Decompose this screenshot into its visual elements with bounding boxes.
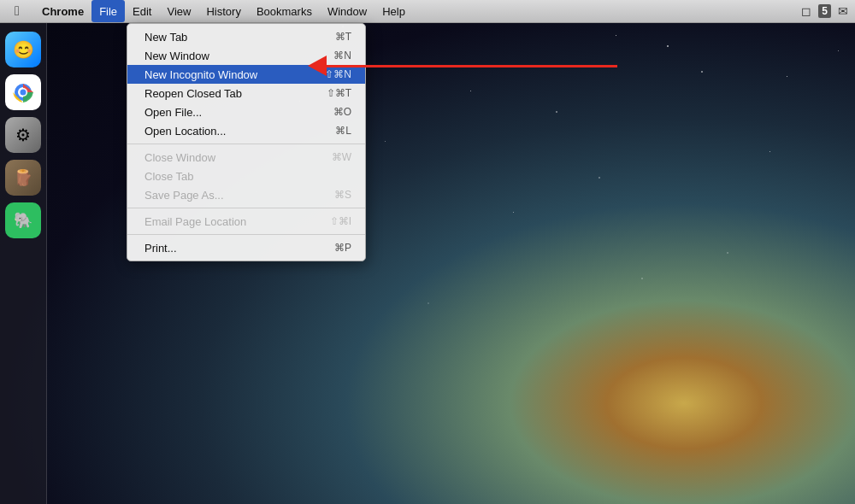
- chrome-icon-svg: [9, 79, 37, 106]
- menu-item-new-tab-shortcut: ⌘T: [335, 31, 351, 43]
- menu-item-reopen-closed-tab[interactable]: Reopen Closed Tab ⇧⌘T: [127, 84, 365, 103]
- arrow-line: [327, 65, 617, 67]
- menu-item-close-window-shortcut: ⌘W: [332, 151, 351, 163]
- menu-item-reopen-shortcut: ⇧⌘T: [327, 87, 351, 99]
- svg-point-4: [21, 90, 27, 96]
- menu-item-close-window[interactable]: Close Window ⌘W: [127, 148, 365, 167]
- battery-icon[interactable]: 5: [818, 4, 831, 18]
- menu-separator-3: [127, 234, 365, 235]
- dock: 😊 ⚙ 🪵 🐘: [0, 23, 47, 504]
- arrow-head: [308, 56, 327, 76]
- menu-item-open-file-shortcut: ⌘O: [333, 106, 351, 118]
- menubar-file[interactable]: File: [91, 0, 125, 22]
- arrow-annotation: [308, 56, 617, 76]
- menu-item-close-tab[interactable]: Close Tab: [127, 167, 365, 185]
- menu-item-new-tab[interactable]: New Tab ⌘T: [127, 27, 365, 46]
- menu-item-email-page-shortcut: ⇧⌘I: [330, 215, 351, 227]
- apple-menu[interactable]: : [0, 0, 34, 22]
- menu-item-save-page[interactable]: Save Page As... ⌘S: [127, 185, 365, 204]
- menubar-history[interactable]: History: [198, 0, 248, 22]
- menu-item-save-page-label: Save Page As...: [144, 189, 334, 202]
- mail-icon[interactable]: ✉: [838, 4, 848, 18]
- menu-item-print-shortcut: ⌘P: [334, 242, 351, 254]
- dropbox-icon[interactable]: ◻: [801, 4, 811, 18]
- menu-item-open-location-shortcut: ⌘L: [335, 125, 351, 137]
- menu-item-email-page[interactable]: Email Page Location ⇧⌘I: [127, 212, 365, 231]
- menu-item-email-page-label: Email Page Location: [144, 215, 330, 228]
- menu-item-open-file-label: Open File...: [144, 106, 333, 119]
- dock-icon-system-prefs[interactable]: ⚙: [5, 117, 41, 153]
- menu-item-close-window-label: Close Window: [144, 151, 332, 164]
- menubar-window[interactable]: Window: [320, 0, 374, 22]
- menubar-edit[interactable]: Edit: [125, 0, 159, 22]
- menu-item-new-incognito-label: New Incognito Window: [144, 68, 325, 81]
- menu-item-new-window-label: New Window: [144, 50, 333, 62]
- dock-icon-finder[interactable]: 😊: [5, 32, 41, 67]
- menu-item-open-file[interactable]: Open File... ⌘O: [127, 103, 365, 121]
- menu-item-print[interactable]: Print... ⌘P: [127, 238, 365, 257]
- dock-icon-texture[interactable]: 🪵: [5, 160, 41, 196]
- dock-icon-evernote[interactable]: 🐘: [5, 202, 41, 238]
- menubar-right-icons: ◻ 5 ✉: [801, 4, 855, 18]
- menu-item-close-tab-label: Close Tab: [144, 170, 351, 183]
- menubar-bookmarks[interactable]: Bookmarks: [249, 0, 320, 22]
- menu-separator-2: [127, 208, 365, 208]
- menu-item-reopen-label: Reopen Closed Tab: [144, 87, 327, 100]
- menu-separator-1: [127, 144, 365, 144]
- menu-item-print-label: Print...: [144, 242, 334, 255]
- menubar-help[interactable]: Help: [374, 0, 413, 22]
- menubar-chrome[interactable]: Chrome: [34, 0, 91, 22]
- menubar:  Chrome File Edit View History Bookmark…: [0, 0, 855, 23]
- menu-item-open-location[interactable]: Open Location... ⌘L: [127, 121, 365, 140]
- menu-item-new-tab-label: New Tab: [144, 31, 335, 44]
- dock-icon-chrome[interactable]: [5, 74, 41, 110]
- menubar-view[interactable]: View: [159, 0, 198, 22]
- menu-item-save-page-shortcut: ⌘S: [334, 189, 351, 201]
- menu-item-open-location-label: Open Location...: [144, 125, 335, 138]
